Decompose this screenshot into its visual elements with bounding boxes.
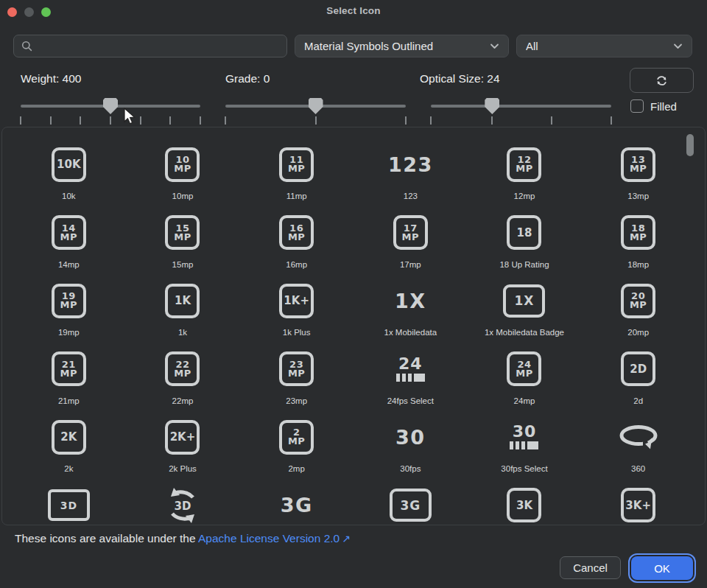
chevron-down-icon xyxy=(490,43,499,49)
optical-size-slider-track[interactable] xyxy=(431,105,611,108)
reset-sliders-button[interactable] xyxy=(630,68,694,93)
search-icon xyxy=(21,41,32,52)
optical-size-slider-thumb[interactable] xyxy=(485,98,499,114)
icon-label: 1x Mobiledata Badge xyxy=(485,328,564,337)
icon-label: 13mp xyxy=(627,192,649,200)
title-bar: Select Icon xyxy=(0,0,707,24)
icon-cell[interactable]: 3D xyxy=(12,481,126,526)
icon-cell[interactable]: 15MP15mp xyxy=(126,209,240,277)
icon-label: 10k xyxy=(62,192,76,200)
3G-icon: 3G xyxy=(390,481,432,526)
icon-cell[interactable]: 12MP12mp xyxy=(468,140,582,209)
12mp-icon: 12MP xyxy=(507,140,541,189)
3G-icon: 3G xyxy=(281,481,313,526)
window-title: Select Icon xyxy=(0,5,707,16)
ok-button[interactable]: OK xyxy=(631,556,693,580)
grade-slider[interactable] xyxy=(225,100,406,119)
23mp-icon: 23MP xyxy=(279,345,314,393)
icon-cell[interactable]: 3030fps Select xyxy=(468,413,582,481)
search-input[interactable] xyxy=(38,39,279,53)
icon-cell[interactable]: 3K+ xyxy=(581,481,695,526)
icon-cell[interactable]: 123123 xyxy=(354,140,468,209)
icon-cell[interactable]: 19MP19mp xyxy=(12,276,126,345)
18 Up Rating-icon: 18 xyxy=(507,209,541,257)
cancel-button[interactable]: Cancel xyxy=(560,556,621,579)
icon-cell[interactable]: 1K1k xyxy=(126,276,240,345)
icon-label: 1k Plus xyxy=(283,328,311,337)
icon-cell[interactable]: 3D xyxy=(126,481,240,526)
icon-label: 24mp xyxy=(514,396,535,405)
icon-label: 12mp xyxy=(514,192,535,200)
icon-cell[interactable]: 2K+2k Plus xyxy=(126,413,240,481)
grade-label: Grade: 0 xyxy=(225,72,270,85)
icon-cell[interactable]: 3G xyxy=(239,481,354,526)
icon-label: 22mp xyxy=(172,396,194,405)
icon-cell[interactable]: 22MP22mp xyxy=(126,345,240,413)
3K+-icon: 3K+ xyxy=(621,481,655,526)
icon-cell[interactable]: 1X1x Mobiledata xyxy=(354,276,468,345)
filled-checkbox-label: Filled xyxy=(650,100,677,113)
icon-cell[interactable]: 24MP24mp xyxy=(468,345,582,413)
21mp-icon: 21MP xyxy=(52,345,86,393)
optical-size-label: Optical Size: 24 xyxy=(420,72,500,85)
icon-label: 30fps xyxy=(400,464,421,473)
icon-cell[interactable]: 23MP23mp xyxy=(239,345,354,413)
icon-label: 360 xyxy=(631,464,645,473)
search-field[interactable] xyxy=(13,35,287,57)
font-family-select[interactable]: Material Symbols Outlined xyxy=(295,35,509,57)
11mp-icon: 11MP xyxy=(279,140,314,189)
13mp-icon: 13MP xyxy=(621,140,655,189)
icon-cell[interactable]: 18MP18mp xyxy=(581,209,695,277)
icon-label: 19mp xyxy=(58,328,80,337)
2mp-icon: 2MP xyxy=(279,413,314,461)
1k-icon: 1K xyxy=(165,276,200,325)
icon-cell[interactable]: 3K xyxy=(468,481,582,526)
icon-cell[interactable]: 3G xyxy=(354,481,468,526)
apache-license-link[interactable]: Apache License Version 2.0 xyxy=(198,532,340,545)
30fps Select-icon: 30 xyxy=(510,413,538,461)
icon-cell[interactable]: 20MP20mp xyxy=(581,276,695,345)
svg-text:3D: 3D xyxy=(175,500,191,513)
weight-slider[interactable] xyxy=(21,100,200,119)
weight-label: Weight: 400 xyxy=(21,72,81,85)
icon-cell[interactable]: 16MP16mp xyxy=(239,209,354,277)
icon-cell[interactable]: 17MP17mp xyxy=(354,209,468,277)
icon-cell[interactable]: 14MP14mp xyxy=(12,209,126,277)
icon-cell[interactable]: 2424fps Select xyxy=(354,345,468,413)
3D-icon: 3D xyxy=(162,481,203,526)
icon-cell[interactable]: 2MP2mp xyxy=(239,413,354,481)
font-family-value: Material Symbols Outlined xyxy=(304,40,490,52)
icon-cell[interactable]: 21MP21mp xyxy=(12,345,126,413)
icon-cell[interactable]: 2D2d xyxy=(581,345,695,413)
icon-cell[interactable]: 11MP11mp xyxy=(239,140,354,209)
icon-cell[interactable]: 360 xyxy=(581,413,695,481)
icon-label: 123 xyxy=(404,192,418,200)
icon-grid-panel: 10K10k10MP10mp11MP11mp12312312MP12mp13MP… xyxy=(1,127,706,525)
10mp-icon: 10MP xyxy=(165,140,200,189)
icon-cell[interactable]: 1K+1k Plus xyxy=(239,276,354,345)
10k-icon: 10K xyxy=(52,140,86,189)
icon-label: 10mp xyxy=(172,192,194,200)
optical-size-slider[interactable] xyxy=(431,100,611,119)
2d-icon: 2D xyxy=(621,345,655,393)
3K-icon: 3K xyxy=(507,481,541,526)
icon-label: 18mp xyxy=(627,260,649,269)
category-select[interactable]: All xyxy=(516,35,692,57)
icon-cell[interactable]: 10MP10mp xyxy=(126,140,240,209)
filled-checkbox[interactable] xyxy=(630,99,644,113)
icon-label: 20mp xyxy=(627,328,649,337)
17mp-icon: 17MP xyxy=(393,209,428,257)
icon-cell[interactable]: 3030fps xyxy=(354,413,468,481)
icon-cell[interactable]: 10K10k xyxy=(12,140,126,209)
icon-cell[interactable]: 2K2k xyxy=(12,413,126,481)
icon-label: 30fps Select xyxy=(501,464,547,473)
icon-label: 21mp xyxy=(58,396,80,405)
icon-cell[interactable]: 1X1x Mobiledata Badge xyxy=(468,276,582,345)
icon-cell[interactable]: 13MP13mp xyxy=(581,140,695,209)
grade-slider-thumb[interactable] xyxy=(309,98,323,114)
license-note: These icons are available under the Apac… xyxy=(15,532,351,545)
weight-slider-thumb[interactable] xyxy=(103,98,118,114)
icon-label: 1x Mobiledata xyxy=(384,328,437,337)
vertical-scrollbar-thumb[interactable] xyxy=(686,134,694,156)
icon-cell[interactable]: 1818 Up Rating xyxy=(468,209,582,277)
